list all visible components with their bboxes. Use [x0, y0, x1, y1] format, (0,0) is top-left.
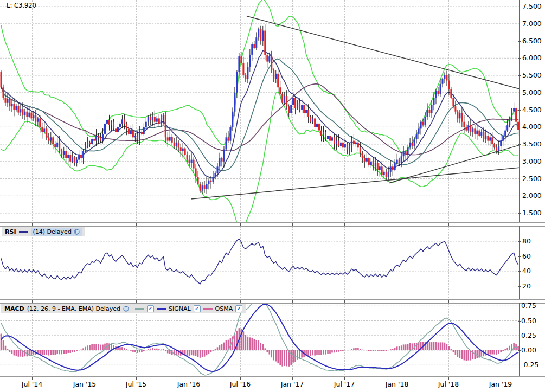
axis-tick: [518, 75, 521, 76]
rsi-panel-bottom-border: [0, 299, 545, 300]
axis-tick: [136, 377, 137, 380]
axis-tick: [518, 127, 521, 127]
axis-tick: [518, 306, 521, 306]
rsi-plot[interactable]: [0, 226, 545, 299]
x-axis-label: Jul '16: [223, 380, 258, 388]
macd-y-axis-label: 0.00: [521, 346, 536, 354]
axis-tick: [240, 300, 241, 303]
rsi-params-label: (14) Delayed: [33, 228, 72, 235]
axis-tick: [518, 41, 521, 42]
x-axis-label: Jul '15: [119, 380, 153, 388]
axis-tick: [518, 213, 521, 214]
osma-legend-label: OSMA: [215, 305, 233, 312]
trendline: [247, 16, 519, 89]
signal-checkbox[interactable]: ✔: [194, 305, 201, 312]
axis-tick: [518, 162, 521, 162]
main-y-axis-label: 3.000: [522, 158, 542, 165]
x-axis-label: Jan '15: [67, 380, 102, 388]
main-y-axis-label: 3.500: [522, 140, 542, 148]
osma-checkbox[interactable]: ✔: [235, 305, 242, 312]
rsi-params-highlight[interactable]: (14) Delayed: [31, 228, 82, 236]
axis-tick: [85, 377, 85, 380]
chart-window: L: C3.920 RSI (14) Delayed MACD (12, 26,…: [0, 0, 545, 392]
axis-tick: [518, 286, 521, 287]
trendline: [191, 168, 519, 199]
macd-y-axis-label: -0.25: [521, 361, 538, 369]
macd-plot[interactable]: [0, 303, 545, 376]
main-y-axis-label: 2.500: [522, 175, 542, 183]
axis-tick: [136, 300, 137, 303]
axis-tick: [448, 223, 449, 226]
axis-tick: [189, 377, 189, 380]
rsi-y-axis-label: 60: [522, 253, 531, 260]
main-y-axis-label: 7.000: [522, 20, 542, 28]
macd-line-checkbox[interactable]: ✔: [147, 305, 154, 312]
macd-params-label: (12, 26, 9 - EMA, EMA) Delayed: [27, 305, 120, 312]
axis-tick: [189, 223, 189, 226]
axis-tick: [292, 377, 293, 380]
axis-tick: [518, 350, 521, 351]
rsi-panel-top-border: [0, 226, 545, 227]
main-y-axis-label: 5.000: [522, 89, 542, 97]
axis-tick: [189, 300, 189, 303]
x-axis-label: Jan '16: [171, 380, 206, 388]
rsi-y-axis-line: [519, 226, 520, 299]
main-y-axis-label: 1.500: [522, 209, 542, 217]
macd-title: MACD: [4, 305, 24, 312]
axis-tick: [518, 336, 521, 336]
rsi-y-axis-label: 80: [522, 237, 531, 245]
macd-panel-top-border: [0, 303, 545, 304]
signal-line-swatch: [157, 308, 166, 310]
x-axis-label: Jan '17: [275, 380, 310, 388]
axis-tick: [85, 223, 85, 226]
axis-tick: [518, 179, 521, 179]
middle-moving-average: [1, 59, 518, 171]
axis-tick: [518, 241, 521, 242]
delayed-globe-icon[interactable]: [123, 306, 129, 312]
axis-tick: [397, 300, 397, 303]
axis-tick: [518, 321, 521, 322]
axis-tick: [501, 300, 501, 303]
x-axis-label: Jan '19: [483, 380, 518, 388]
macd-panel-header: MACD (12, 26, 9 - EMA, EMA) Delayed ✔ SI…: [1, 304, 246, 313]
axis-tick: [518, 110, 521, 111]
axis-tick: [518, 256, 521, 257]
axis-tick: [501, 223, 501, 226]
macd-y-axis-label: 0.25: [521, 332, 536, 339]
main-price-plot[interactable]: [0, 0, 545, 223]
axis-tick: [344, 300, 345, 303]
axis-tick: [136, 223, 137, 226]
signal-legend-label: SIGNAL: [169, 305, 191, 312]
x-axis-label: Jul '18: [431, 380, 466, 388]
macd-panel-bottom-border: [0, 376, 545, 377]
rsi-title: RSI: [5, 228, 16, 235]
axis-tick: [292, 300, 293, 303]
axis-tick: [518, 271, 521, 272]
axis-tick: [501, 377, 501, 380]
axis-tick: [85, 300, 85, 303]
axis-tick: [397, 377, 397, 380]
axis-tick: [32, 300, 33, 303]
axis-tick: [448, 300, 449, 303]
rsi-line: [1, 239, 518, 284]
main-y-axis-label: 6.500: [522, 37, 542, 45]
axis-tick: [518, 196, 521, 196]
main-y-axis-line: [519, 0, 520, 222]
signal-line: [1, 304, 518, 371]
rsi-line-swatch: [19, 231, 28, 233]
macd-y-axis-label: 0.50: [521, 317, 536, 325]
axis-tick: [344, 377, 345, 380]
axis-tick: [518, 24, 521, 24]
macd-y-axis-label: 0.75: [521, 302, 536, 310]
main-y-axis-label: 4.500: [522, 106, 542, 114]
axis-tick: [240, 223, 241, 226]
main-y-axis-label: 7.500: [522, 3, 542, 10]
x-axis-label: Jul '17: [327, 380, 362, 388]
last-price-label: L: C3.920: [7, 2, 36, 9]
axis-tick: [518, 365, 521, 365]
axis-tick: [32, 377, 33, 380]
axis-tick: [518, 7, 521, 7]
main-panel-bottom-border: [0, 222, 545, 223]
macd-line-swatch: [135, 308, 144, 310]
delayed-globe-icon[interactable]: [74, 229, 80, 235]
